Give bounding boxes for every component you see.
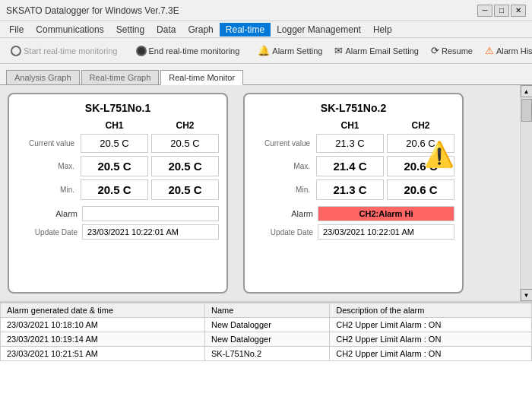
maximize-button[interactable]: □	[494, 5, 509, 17]
device1-ch1-header: CH1	[81, 120, 148, 131]
device1-current-label: Current value	[17, 139, 78, 148]
device1-alarm-row: Alarm	[17, 206, 219, 221]
alarm-name-2: SK-L751No.2	[204, 347, 329, 361]
alarm-description-0: CH2 Upper Limit Alarm : ON	[330, 318, 532, 332]
device2-panel: SK-L751No.2 CH1 CH2 Current value 21.3 C…	[243, 93, 464, 294]
device2-min-ch2: 20.6 C	[387, 179, 454, 200]
device1-min-ch2: 20.5 C	[151, 179, 219, 200]
alarm-table: Alarm generated date & time Name Descrip…	[0, 303, 532, 361]
device2-max-label: Max.	[252, 162, 313, 170]
device1-update-value: 23/03/2021 10:22:01 AM	[82, 224, 219, 240]
device2-alarm-value: CH2:Alarm Hi	[318, 206, 454, 221]
alarm-setting-button[interactable]: 🔔 Alarm Setting	[253, 43, 327, 58]
menu-logger-management[interactable]: Logger Management	[271, 23, 367, 37]
end-icon	[136, 46, 147, 56]
device1-max-ch2: 20.5 C	[151, 156, 219, 176]
device2-alarm-label: Alarm	[252, 209, 313, 218]
device2-ch2-header: CH2	[387, 120, 454, 131]
menu-setting[interactable]: Setting	[110, 23, 150, 37]
tab-analysis-graph[interactable]: Analysis Graph	[6, 70, 80, 84]
device1-min-ch1: 20.5 C	[81, 179, 148, 200]
device2-ch1-header: CH1	[316, 120, 384, 131]
table-header-description: Description of the alarm	[330, 303, 532, 318]
device1-max-label: Max.	[17, 162, 78, 170]
device1-panel: SK-L751No.1 CH1 CH2 Current value 20.5 C…	[8, 93, 228, 294]
tab-bar: Analysis Graph Real-time Graph Real-time…	[0, 64, 532, 85]
monitor-area: SK-L751No.1 CH1 CH2 Current value 20.5 C…	[0, 85, 532, 301]
toolbar: Start real-time monitoring End real-time…	[0, 38, 532, 64]
monitor-panels: SK-L751No.1 CH1 CH2 Current value 20.5 C…	[8, 93, 524, 294]
monitor-scrollbar[interactable]: ▲ ▼	[520, 85, 532, 301]
device2-min-ch1: 21.3 C	[316, 179, 384, 200]
device2-max-ch1: 21.4 C	[316, 156, 384, 176]
alarm-datetime-1: 23/03/2021 10:19:14 AM	[1, 332, 205, 347]
scroll-down-arrow[interactable]: ▼	[521, 289, 533, 301]
start-monitoring-button[interactable]: Start real-time monitoring	[6, 44, 122, 58]
device1-grid: CH1 CH2 Current value 20.5 C 20.5 C Max.…	[17, 120, 219, 200]
device1-alarm-value	[82, 206, 219, 221]
menu-file[interactable]: File	[3, 23, 30, 37]
resume-button[interactable]: ⟳ Resume	[426, 43, 477, 58]
table-row: 23/03/2021 10:19:14 AM New Datalogger CH…	[1, 332, 532, 347]
tab-realtime-graph[interactable]: Real-time Graph	[81, 70, 160, 84]
tab-realtime-monitor[interactable]: Real-time Monitor	[160, 70, 243, 85]
device1-current-ch1: 20.5 C	[81, 134, 148, 153]
end-monitoring-button[interactable]: End real-time monitoring	[131, 44, 245, 58]
alarm-datetime-2: 23/03/2021 10:21:51 AM	[1, 347, 205, 361]
device1-update-row: Update Date 23/03/2021 10:22:01 AM	[17, 224, 219, 240]
device1-max-ch1: 20.5 C	[81, 156, 148, 176]
device1-update-label: Update Date	[17, 228, 78, 237]
menu-data[interactable]: Data	[150, 23, 182, 37]
alarm-name-1: New Datalogger	[204, 332, 329, 347]
device2-min-label: Min.	[252, 186, 313, 194]
device1-alarm-label: Alarm	[17, 209, 78, 218]
alarm-bell-icon: 🔔	[258, 45, 270, 56]
resume-icon: ⟳	[431, 45, 439, 56]
device1-ch2-header: CH2	[151, 120, 219, 131]
alarm-email-button[interactable]: ✉ Alarm Email Setting	[330, 43, 423, 58]
table-row: 23/03/2021 10:18:10 AM New Datalogger CH…	[1, 318, 532, 332]
warning-icon: ⚠	[485, 45, 494, 56]
email-icon: ✉	[334, 45, 343, 56]
menu-graph[interactable]: Graph	[182, 23, 219, 37]
table-header-row: Alarm generated date & time Name Descrip…	[1, 303, 532, 318]
window-controls: ─ □ ✕	[477, 5, 526, 17]
scroll-up-arrow[interactable]: ▲	[521, 85, 533, 97]
device2-current-label: Current value	[252, 139, 313, 148]
alert-warning-icon: ⚠️	[424, 141, 454, 168]
table-header-name: Name	[204, 303, 329, 318]
table-row: 23/03/2021 10:21:51 AM SK-L751No.2 CH2 U…	[1, 347, 532, 361]
device1-title: SK-L751No.1	[17, 102, 219, 114]
alarm-datetime-0: 23/03/2021 10:18:10 AM	[1, 318, 205, 332]
device1-current-ch2: 20.5 C	[151, 134, 219, 153]
alarm-description-2: CH2 Upper Limit Alarm : ON	[330, 347, 532, 361]
alarm-history-button[interactable]: ⚠ Alarm History	[480, 43, 532, 58]
device2-alarm-row: Alarm CH2:Alarm Hi	[252, 206, 454, 221]
device2-alert-container: ⚠️	[421, 140, 454, 169]
start-icon	[11, 46, 21, 56]
menu-bar: File Communications Setting Data Graph R…	[0, 21, 532, 38]
scroll-thumb[interactable]	[521, 99, 532, 122]
alarm-name-0: New Datalogger	[204, 318, 329, 332]
app-title: SKSATO Datalogger for Windows Ver.7.3E	[6, 5, 179, 16]
close-button[interactable]: ✕	[511, 5, 526, 17]
menu-help[interactable]: Help	[367, 23, 398, 37]
menu-realtime[interactable]: Real-time	[220, 23, 271, 37]
menu-communications[interactable]: Communications	[30, 23, 109, 37]
device1-min-label: Min.	[17, 186, 78, 194]
device2-update-label: Update Date	[252, 228, 313, 237]
device2-update-row: Update Date 23/03/2021 10:22:01 AM	[252, 224, 454, 240]
title-bar: SKSATO Datalogger for Windows Ver.7.3E ─…	[0, 0, 532, 21]
main-content: SK-L751No.1 CH1 CH2 Current value 20.5 C…	[0, 85, 532, 400]
device2-update-value: 23/03/2021 10:22:01 AM	[318, 224, 454, 240]
device2-current-ch1: 21.3 C	[316, 134, 384, 153]
alarm-table-area: Alarm generated date & time Name Descrip…	[0, 301, 532, 400]
minimize-button[interactable]: ─	[477, 5, 492, 17]
alarm-description-1: CH2 Upper Limit Alarm : ON	[330, 332, 532, 347]
table-header-datetime: Alarm generated date & time	[1, 303, 205, 318]
device2-title: SK-L751No.2	[252, 102, 454, 114]
